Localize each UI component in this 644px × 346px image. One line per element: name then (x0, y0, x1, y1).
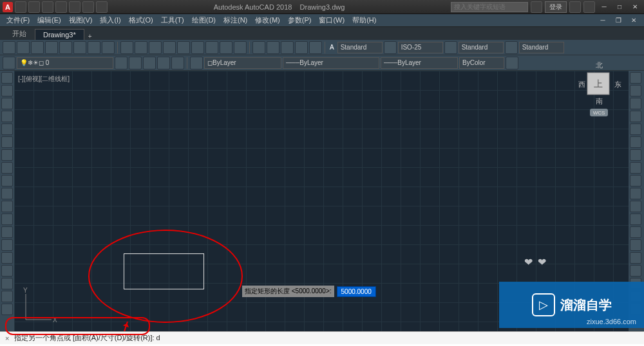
viewport-label[interactable]: [-][俯视][二维线框] (18, 75, 70, 84)
lineweight-dropdown[interactable]: ─── ByLayer (381, 57, 458, 69)
explode-tool-icon[interactable] (630, 214, 641, 225)
tool-icon[interactable] (31, 41, 44, 54)
tool-icon[interactable] (444, 41, 457, 54)
tool-icon[interactable] (630, 265, 641, 277)
menu-insert[interactable]: 插入(I) (97, 14, 123, 26)
tool-icon[interactable] (1, 291, 13, 302)
login-button[interactable]: 登录 (545, 1, 567, 13)
tool-icon[interactable] (157, 57, 170, 69)
search-icon[interactable] (531, 1, 542, 13)
qat-redo-icon[interactable] (96, 1, 108, 13)
tool-icon[interactable] (135, 41, 147, 54)
scale-tool-icon[interactable] (630, 136, 641, 148)
qat-new-icon[interactable] (15, 1, 26, 13)
menu-window[interactable]: 窗口(W) (316, 14, 347, 26)
region-tool-icon[interactable] (1, 226, 13, 238)
tool-icon[interactable] (630, 239, 641, 251)
tool-icon[interactable] (177, 41, 190, 54)
circle-tool-icon[interactable] (1, 98, 13, 109)
cmdline-close-icon[interactable]: × (5, 334, 14, 342)
tool-icon[interactable] (234, 41, 247, 54)
fillet-tool-icon[interactable] (630, 175, 641, 187)
tool-icon[interactable] (309, 41, 322, 54)
tool-icon[interactable] (1, 252, 13, 264)
mirror-tool-icon[interactable] (630, 123, 641, 135)
point-tool-icon[interactable] (1, 175, 13, 187)
tool-icon[interactable] (506, 57, 518, 69)
tool-icon[interactable] (1, 278, 13, 289)
tool-icon[interactable] (115, 57, 128, 69)
doc-close-button[interactable]: ✕ (627, 15, 640, 26)
mleaderstyle-dropdown[interactable]: Standard (519, 42, 564, 53)
doc-minimize-button[interactable]: ─ (596, 15, 609, 26)
stretch-tool-icon[interactable] (630, 98, 641, 109)
tool-icon[interactable] (505, 41, 518, 54)
block-tool-icon[interactable] (1, 188, 13, 199)
tool-icon[interactable] (129, 57, 142, 69)
menu-tools[interactable]: 工具(T) (158, 14, 187, 26)
maximize-button[interactable]: □ (613, 2, 626, 12)
extend-tool-icon[interactable] (630, 162, 641, 174)
table-tool-icon[interactable] (1, 201, 13, 212)
tool-icon[interactable] (630, 252, 641, 264)
help-icon[interactable] (583, 1, 595, 13)
dynamic-input-value[interactable]: 5000.0000 (337, 286, 376, 297)
ellipse-tool-icon[interactable] (1, 136, 13, 148)
arc-tool-icon[interactable] (1, 111, 13, 122)
dimstyle-dropdown[interactable]: ISO-25 (398, 42, 443, 53)
tool-icon[interactable] (252, 41, 265, 54)
qat-open-icon[interactable] (28, 1, 40, 13)
tool-icon[interactable] (384, 41, 397, 54)
qat-save-icon[interactable] (42, 1, 53, 13)
tool-icon[interactable] (190, 57, 203, 69)
viewcube[interactable]: 北 西 上 东 南 WCS (573, 61, 612, 109)
tool-icon[interactable] (1, 265, 13, 277)
tool-icon[interactable] (17, 41, 30, 54)
search-input[interactable] (451, 2, 528, 12)
menu-file[interactable]: 文件(F) (4, 14, 32, 26)
rectangle-tool-icon[interactable] (1, 123, 13, 135)
qat-saveas-icon[interactable] (55, 1, 67, 13)
minimize-button[interactable]: ─ (598, 2, 611, 12)
offset-tool-icon[interactable] (630, 226, 641, 238)
menu-modify[interactable]: 修改(M) (252, 14, 283, 26)
tab-start[interactable]: 开始 (4, 27, 35, 40)
qat-undo-icon[interactable] (82, 1, 94, 13)
text-tool-icon[interactable] (1, 214, 13, 225)
array-tool-icon[interactable] (630, 188, 641, 199)
tool-icon[interactable] (88, 41, 100, 54)
tool-icon[interactable] (281, 41, 294, 54)
tool-icon[interactable] (73, 41, 86, 54)
trim-tool-icon[interactable] (630, 149, 641, 161)
copy-tool-icon[interactable] (630, 85, 641, 96)
hatch-tool-icon[interactable] (1, 149, 13, 161)
tool-icon[interactable] (143, 57, 156, 69)
textstyle-dropdown[interactable]: Standard (337, 42, 383, 53)
exchange-icon[interactable] (569, 1, 581, 13)
tool-icon[interactable] (120, 41, 133, 54)
tool-icon[interactable] (3, 41, 15, 54)
tool-icon[interactable] (45, 41, 58, 54)
tool-icon[interactable] (205, 41, 218, 54)
rotate-tool-icon[interactable] (630, 111, 641, 122)
tool-icon[interactable] (1, 304, 13, 315)
tool-icon[interactable] (149, 41, 162, 54)
menu-edit[interactable]: 编辑(E) (35, 14, 64, 26)
layer-icon[interactable] (3, 57, 15, 69)
color-dropdown[interactable]: ◻ ByLayer (204, 57, 281, 69)
doc-restore-button[interactable]: ❐ (612, 15, 625, 26)
menu-format[interactable]: 格式(O) (126, 14, 156, 26)
tablestyle-dropdown[interactable]: Standard (459, 42, 504, 53)
tab-add-button[interactable]: + (84, 33, 96, 40)
line-tool-icon[interactable] (1, 72, 13, 84)
linetype-dropdown[interactable]: ─── ByLayer (283, 57, 379, 69)
polyline-tool-icon[interactable] (1, 85, 13, 96)
spline-tool-icon[interactable] (1, 162, 13, 174)
tool-icon[interactable] (1, 239, 13, 251)
close-button[interactable]: ✕ (629, 2, 641, 12)
menu-parameter[interactable]: 参数(P) (285, 14, 314, 26)
tab-drawing3[interactable]: Drawing3* (35, 29, 84, 40)
tool-icon[interactable] (163, 41, 176, 54)
tool-icon[interactable] (191, 41, 204, 54)
move-tool-icon[interactable] (630, 72, 641, 84)
